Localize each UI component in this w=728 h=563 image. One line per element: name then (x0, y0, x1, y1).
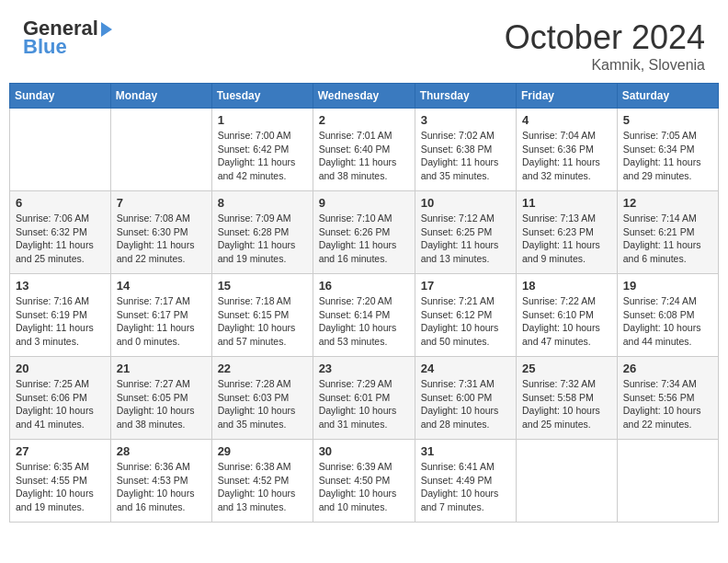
calendar-header-row: SundayMondayTuesdayWednesdayThursdayFrid… (10, 84, 719, 109)
day-info: Sunrise: 7:34 AMSunset: 5:56 PMDaylight:… (623, 377, 712, 431)
calendar-cell: 20Sunrise: 7:25 AMSunset: 6:06 PMDayligh… (10, 357, 111, 440)
calendar-cell: 21Sunrise: 7:27 AMSunset: 6:05 PMDayligh… (110, 357, 211, 440)
calendar-week-row: 6Sunrise: 7:06 AMSunset: 6:32 PMDaylight… (10, 191, 719, 274)
calendar-cell: 14Sunrise: 7:17 AMSunset: 6:17 PMDayligh… (110, 274, 211, 357)
day-number: 21 (117, 362, 206, 375)
day-number: 18 (522, 279, 611, 293)
location-title: Kamnik, Slovenia (505, 57, 705, 74)
calendar-cell: 4Sunrise: 7:04 AMSunset: 6:36 PMDaylight… (517, 109, 618, 191)
calendar-cell: 15Sunrise: 7:18 AMSunset: 6:15 PMDayligh… (211, 274, 313, 357)
calendar-cell: 12Sunrise: 7:14 AMSunset: 6:21 PMDayligh… (617, 191, 718, 274)
day-info: Sunrise: 7:28 AMSunset: 6:03 PMDaylight:… (218, 377, 307, 431)
calendar-cell (110, 109, 211, 191)
day-info: Sunrise: 7:02 AMSunset: 6:38 PMDaylight:… (421, 129, 510, 183)
day-number: 14 (117, 279, 206, 293)
day-info: Sunrise: 7:04 AMSunset: 6:36 PMDaylight:… (522, 129, 611, 183)
page-header: General Blue October 2024 Kamnik, Sloven… (9, 9, 719, 78)
calendar-header-saturday: Saturday (617, 84, 718, 109)
day-info: Sunrise: 7:05 AMSunset: 6:34 PMDaylight:… (623, 129, 712, 183)
month-title: October 2024 (505, 18, 705, 57)
day-number: 15 (218, 279, 307, 293)
day-info: Sunrise: 7:29 AMSunset: 6:01 PMDaylight:… (319, 377, 409, 431)
calendar-cell: 23Sunrise: 7:29 AMSunset: 6:01 PMDayligh… (313, 357, 415, 440)
calendar-cell: 16Sunrise: 7:20 AMSunset: 6:14 PMDayligh… (313, 274, 415, 357)
calendar-cell: 28Sunrise: 6:36 AMSunset: 4:53 PMDayligh… (110, 440, 211, 523)
calendar-week-row: 20Sunrise: 7:25 AMSunset: 6:06 PMDayligh… (10, 357, 719, 440)
day-number: 29 (218, 444, 307, 458)
day-number: 26 (623, 362, 712, 375)
calendar-cell: 3Sunrise: 7:02 AMSunset: 6:38 PMDaylight… (415, 109, 516, 191)
calendar-header-thursday: Thursday (415, 84, 516, 109)
calendar-cell: 29Sunrise: 6:38 AMSunset: 4:52 PMDayligh… (211, 440, 313, 523)
day-info: Sunrise: 6:41 AMSunset: 4:49 PMDaylight:… (421, 460, 510, 514)
calendar-cell: 26Sunrise: 7:34 AMSunset: 5:56 PMDayligh… (617, 357, 718, 440)
day-number: 16 (319, 279, 409, 293)
calendar-header-sunday: Sunday (10, 84, 111, 109)
calendar-cell: 13Sunrise: 7:16 AMSunset: 6:19 PMDayligh… (10, 274, 111, 357)
calendar-header-monday: Monday (110, 84, 211, 109)
day-number: 7 (117, 196, 206, 210)
day-number: 30 (319, 444, 409, 458)
day-info: Sunrise: 7:10 AMSunset: 6:26 PMDaylight:… (319, 212, 409, 266)
day-info: Sunrise: 7:24 AMSunset: 6:08 PMDaylight:… (623, 294, 712, 349)
day-info: Sunrise: 6:36 AMSunset: 4:53 PMDaylight:… (117, 460, 206, 514)
day-info: Sunrise: 7:20 AMSunset: 6:14 PMDaylight:… (319, 294, 409, 349)
day-number: 6 (16, 196, 105, 210)
day-number: 5 (623, 113, 712, 127)
day-number: 2 (319, 113, 409, 127)
calendar-week-row: 27Sunrise: 6:35 AMSunset: 4:55 PMDayligh… (10, 440, 719, 523)
day-info: Sunrise: 7:14 AMSunset: 6:21 PMDaylight:… (623, 212, 712, 266)
title-block: October 2024 Kamnik, Slovenia (505, 18, 705, 74)
calendar-cell: 22Sunrise: 7:28 AMSunset: 6:03 PMDayligh… (211, 357, 313, 440)
day-info: Sunrise: 7:16 AMSunset: 6:19 PMDaylight:… (16, 294, 105, 349)
day-number: 13 (16, 279, 105, 293)
day-info: Sunrise: 7:09 AMSunset: 6:28 PMDaylight:… (218, 212, 307, 266)
day-number: 24 (421, 362, 510, 375)
calendar-cell: 2Sunrise: 7:01 AMSunset: 6:40 PMDaylight… (313, 109, 415, 191)
calendar-cell: 7Sunrise: 7:08 AMSunset: 6:30 PMDaylight… (110, 191, 211, 274)
calendar-cell: 5Sunrise: 7:05 AMSunset: 6:34 PMDaylight… (617, 109, 718, 191)
calendar-week-row: 1Sunrise: 7:00 AMSunset: 6:42 PMDaylight… (10, 109, 719, 191)
day-info: Sunrise: 7:25 AMSunset: 6:06 PMDaylight:… (16, 377, 105, 431)
day-info: Sunrise: 7:31 AMSunset: 6:00 PMDaylight:… (421, 377, 510, 431)
calendar-cell (517, 440, 618, 523)
calendar-week-row: 13Sunrise: 7:16 AMSunset: 6:19 PMDayligh… (10, 274, 719, 357)
day-info: Sunrise: 7:01 AMSunset: 6:40 PMDaylight:… (319, 129, 409, 183)
day-number: 25 (522, 362, 611, 375)
day-info: Sunrise: 7:32 AMSunset: 5:58 PMDaylight:… (522, 377, 611, 431)
calendar-cell: 6Sunrise: 7:06 AMSunset: 6:32 PMDaylight… (10, 191, 111, 274)
logo: General Blue (23, 18, 112, 57)
day-info: Sunrise: 6:39 AMSunset: 4:50 PMDaylight:… (319, 460, 409, 514)
day-number: 22 (218, 362, 307, 375)
calendar-cell: 1Sunrise: 7:00 AMSunset: 6:42 PMDaylight… (211, 109, 313, 191)
day-number: 8 (218, 196, 307, 210)
day-number: 23 (319, 362, 409, 375)
day-number: 31 (421, 444, 510, 458)
day-number: 19 (623, 279, 712, 293)
calendar-cell: 25Sunrise: 7:32 AMSunset: 5:58 PMDayligh… (517, 357, 618, 440)
calendar-cell: 17Sunrise: 7:21 AMSunset: 6:12 PMDayligh… (415, 274, 516, 357)
calendar-table: SundayMondayTuesdayWednesdayThursdayFrid… (9, 83, 719, 523)
calendar-header-wednesday: Wednesday (313, 84, 415, 109)
calendar-cell: 19Sunrise: 7:24 AMSunset: 6:08 PMDayligh… (617, 274, 718, 357)
calendar-cell (10, 109, 111, 191)
calendar-cell: 8Sunrise: 7:09 AMSunset: 6:28 PMDaylight… (211, 191, 313, 274)
day-number: 20 (16, 362, 105, 375)
day-info: Sunrise: 7:12 AMSunset: 6:25 PMDaylight:… (421, 212, 510, 266)
calendar-cell: 27Sunrise: 6:35 AMSunset: 4:55 PMDayligh… (10, 440, 111, 523)
day-info: Sunrise: 7:00 AMSunset: 6:42 PMDaylight:… (218, 129, 307, 183)
calendar-cell: 30Sunrise: 6:39 AMSunset: 4:50 PMDayligh… (313, 440, 415, 523)
day-number: 27 (16, 444, 105, 458)
day-info: Sunrise: 6:38 AMSunset: 4:52 PMDaylight:… (218, 460, 307, 514)
day-number: 28 (117, 444, 206, 458)
calendar-header-tuesday: Tuesday (211, 84, 313, 109)
day-info: Sunrise: 7:22 AMSunset: 6:10 PMDaylight:… (522, 294, 611, 349)
day-info: Sunrise: 6:35 AMSunset: 4:55 PMDaylight:… (16, 460, 105, 514)
day-number: 4 (522, 113, 611, 127)
calendar-cell: 11Sunrise: 7:13 AMSunset: 6:23 PMDayligh… (517, 191, 618, 274)
day-info: Sunrise: 7:21 AMSunset: 6:12 PMDaylight:… (421, 294, 510, 349)
day-info: Sunrise: 7:17 AMSunset: 6:17 PMDaylight:… (117, 294, 206, 349)
logo-arrow-icon (101, 22, 112, 37)
day-info: Sunrise: 7:06 AMSunset: 6:32 PMDaylight:… (16, 212, 105, 266)
calendar-cell: 18Sunrise: 7:22 AMSunset: 6:10 PMDayligh… (517, 274, 618, 357)
